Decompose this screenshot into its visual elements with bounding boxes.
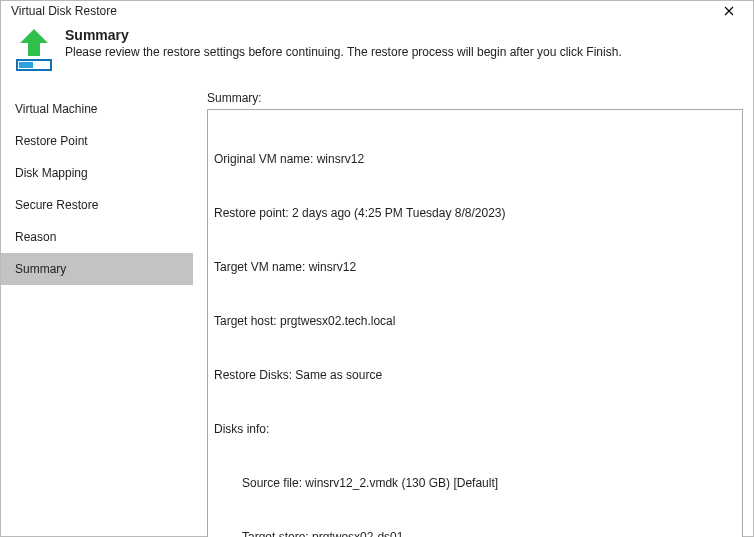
close-icon xyxy=(724,6,734,16)
wizard-nav: Virtual Machine Restore Point Disk Mappi… xyxy=(1,91,193,537)
nav-reason[interactable]: Reason xyxy=(1,221,193,253)
nav-virtual-machine[interactable]: Virtual Machine xyxy=(1,93,193,125)
close-button[interactable] xyxy=(715,1,743,21)
summary-line-indent: Target store: prgtwesx02-ds01 xyxy=(214,528,736,537)
summary-line: Restore point: 2 days ago (4:25 PM Tuesd… xyxy=(214,204,736,222)
summary-line: Target host: prgtwesx02.tech.local xyxy=(214,312,736,330)
nav-secure-restore[interactable]: Secure Restore xyxy=(1,189,193,221)
window-title: Virtual Disk Restore xyxy=(11,4,117,18)
nav-summary[interactable]: Summary xyxy=(1,253,193,285)
nav-disk-mapping[interactable]: Disk Mapping xyxy=(1,157,193,189)
summary-line: Target VM name: winsrv12 xyxy=(214,258,736,276)
nav-restore-point[interactable]: Restore Point xyxy=(1,125,193,157)
dialog-window: Virtual Disk Restore Summary Please revi… xyxy=(0,0,754,537)
wizard-header: Summary Please review the restore settin… xyxy=(1,21,753,81)
summary-label: Summary: xyxy=(207,91,743,105)
summary-line: Original VM name: winsrv12 xyxy=(214,150,736,168)
header-icon-group xyxy=(11,27,57,71)
summary-line: Disks info: xyxy=(214,420,736,438)
header-subtitle: Please review the restore settings befor… xyxy=(65,45,743,59)
titlebar: Virtual Disk Restore xyxy=(1,1,753,21)
up-arrow-icon xyxy=(15,27,53,57)
header-text: Summary Please review the restore settin… xyxy=(65,27,743,71)
header-title: Summary xyxy=(65,27,743,43)
wizard-body: Virtual Machine Restore Point Disk Mappi… xyxy=(1,81,753,537)
summary-textbox[interactable]: Original VM name: winsrv12 Restore point… xyxy=(207,109,743,537)
summary-line-indent: Source file: winsrv12_2.vmdk (130 GB) [D… xyxy=(214,474,736,492)
summary-line: Restore Disks: Same as source xyxy=(214,366,736,384)
summary-panel: Summary: Original VM name: winsrv12 Rest… xyxy=(193,91,743,537)
disk-icon xyxy=(16,59,52,71)
